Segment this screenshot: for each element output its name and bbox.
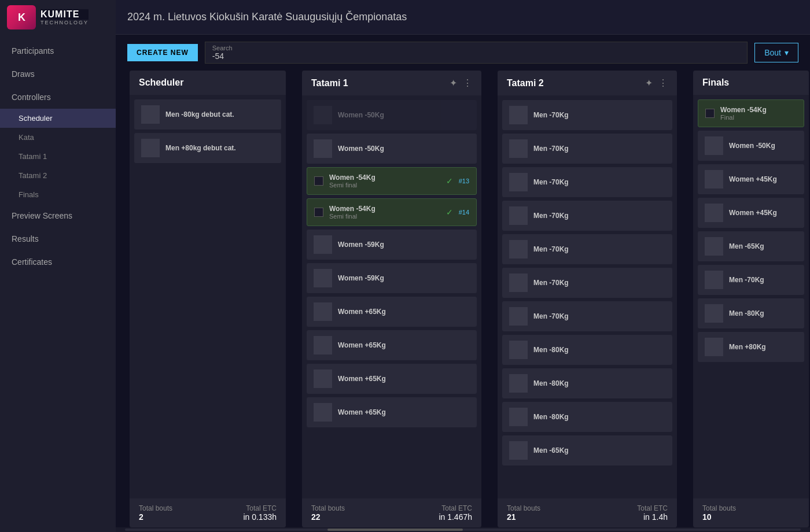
card-title: Women -50Kg xyxy=(338,145,470,153)
footer-bouts: Total bouts 10 xyxy=(702,504,736,522)
list-item[interactable]: Men -70Kg xyxy=(502,134,672,164)
check-icon: ✓ xyxy=(446,208,453,217)
sidebar-item-tatami1[interactable]: Tatami 1 xyxy=(0,147,116,166)
card-title: Women -54Kg xyxy=(720,106,797,114)
card-checkbox[interactable] xyxy=(314,208,323,217)
more-icon[interactable]: ⋮ xyxy=(463,77,472,88)
column-divider xyxy=(486,71,493,527)
list-item[interactable]: Men -65Kg xyxy=(698,231,804,261)
list-item[interactable]: Women -54Kg Semi final ✓ #13 xyxy=(307,167,477,195)
logo-text: KUMITE TECHNOLOGY xyxy=(41,9,89,25)
create-new-button[interactable]: CREATE NEW xyxy=(127,44,198,61)
sidebar-item-controllers[interactable]: Controllers xyxy=(0,86,116,109)
sidebar-item-scheduler[interactable]: Scheduler xyxy=(0,109,116,128)
list-item[interactable]: Men -80Kg xyxy=(502,368,672,398)
list-item[interactable]: Men -70Kg xyxy=(502,167,672,197)
sidebar-item-preview-screens[interactable]: Preview Screens xyxy=(0,204,116,227)
card-thumbnail xyxy=(314,269,332,287)
column-finals: Finals Women -54Kg Final Women -50Kg xyxy=(693,71,809,527)
list-item[interactable]: Men -70Kg xyxy=(502,201,672,231)
column-footer-tatami1: Total bouts 22 Total ETC in 1.467h xyxy=(302,498,481,527)
move-icon[interactable]: ✦ xyxy=(645,77,653,88)
logo-main: KUMITE xyxy=(41,9,89,20)
horizontal-scrollbar[interactable] xyxy=(116,527,810,532)
list-item[interactable]: Men -70Kg xyxy=(502,268,672,298)
card-thumbnail xyxy=(705,237,723,256)
list-item[interactable]: Women +65Kg xyxy=(307,364,477,394)
card-thumbnail xyxy=(314,336,332,354)
list-item[interactable]: Women -59Kg xyxy=(307,230,477,260)
list-item[interactable]: Men -65Kg xyxy=(502,435,672,466)
list-item[interactable]: Women +65Kg xyxy=(307,397,477,427)
bout-number: #13 xyxy=(459,178,469,184)
card-thumbnail xyxy=(141,139,160,157)
card-title: Men -70Kg xyxy=(533,245,665,253)
column-header-finals: Finals xyxy=(693,71,809,95)
list-item[interactable]: Women +65Kg xyxy=(307,297,477,327)
card-info: Men -80Kg xyxy=(729,309,797,317)
card-title: Men -80Kg xyxy=(533,346,665,354)
card-sub: Semi final xyxy=(329,182,440,189)
sidebar-item-tatami2[interactable]: Tatami 2 xyxy=(0,166,116,185)
list-item[interactable]: Women -54Kg Final xyxy=(698,99,804,127)
list-item[interactable]: Women +65Kg xyxy=(307,330,477,360)
list-item[interactable]: Men -70Kg xyxy=(502,234,672,264)
total-bouts-label: Total bouts xyxy=(702,504,736,512)
footer-bouts: Total bouts 22 xyxy=(311,504,345,522)
card-info: Men -70Kg xyxy=(533,178,665,186)
sidebar-item-certificates[interactable]: Certificates xyxy=(0,250,116,274)
list-item[interactable]: Women -50Kg xyxy=(307,134,477,164)
card-info: Women -50Kg xyxy=(729,142,797,150)
bout-button[interactable]: Bout ▾ xyxy=(754,43,798,62)
list-item[interactable]: Men -80Kg xyxy=(502,335,672,365)
sidebar-item-results[interactable]: Results xyxy=(0,227,116,250)
list-item[interactable]: Men -70Kg xyxy=(502,301,672,331)
header: 2024 m. Lietuvos Kiokušin Karatė Suaugus… xyxy=(116,0,810,35)
column-footer-scheduler: Total bouts 2 Total ETC in 0.133h xyxy=(130,498,286,527)
card-title: Men -70Kg xyxy=(533,212,665,220)
list-item[interactable]: Men -80Kg xyxy=(698,298,804,328)
card-title: Women -54Kg xyxy=(329,205,440,213)
total-etc-label: Total ETC xyxy=(637,504,668,512)
sidebar: K KUMITE TECHNOLOGY Participants Draws C… xyxy=(0,0,116,532)
card-info: Women -50Kg xyxy=(338,111,470,119)
list-item[interactable]: Women -59Kg xyxy=(307,263,477,293)
column-tatami1: Tatami 1 ✦ ⋮ Women -50Kg Women -5 xyxy=(302,71,481,527)
move-icon[interactable]: ✦ xyxy=(450,77,457,88)
card-thumbnail xyxy=(509,307,528,326)
sidebar-item-finals[interactable]: Finals xyxy=(0,185,116,204)
sidebar-item-participants[interactable]: Participants xyxy=(0,39,116,62)
more-icon[interactable]: ⋮ xyxy=(658,77,668,88)
list-item[interactable]: Women +45Kg xyxy=(698,164,804,194)
card-checkbox[interactable] xyxy=(314,176,323,186)
list-item[interactable]: Men -70Kg xyxy=(502,100,672,130)
column-body-scheduler: Men -80kg debut cat. Men +80kg debut cat… xyxy=(130,95,286,498)
card-sub: Final xyxy=(720,114,797,121)
column-body-finals: Women -54Kg Final Women -50Kg Women +45K… xyxy=(693,95,809,498)
total-bouts-value: 2 xyxy=(139,512,172,522)
card-title: Women -59Kg xyxy=(338,274,470,282)
card-title: Men -65Kg xyxy=(533,446,665,455)
list-item[interactable]: Women -50Kg xyxy=(698,131,804,161)
total-etc-label: Total ETC xyxy=(243,504,277,512)
card-checkbox[interactable] xyxy=(705,109,715,118)
list-item[interactable]: Women -54Kg Semi final ✓ #14 xyxy=(307,198,477,226)
card-info: Men -80kg debut cat. xyxy=(165,110,274,119)
chevron-down-icon: ▾ xyxy=(785,48,789,57)
card-title: Men -70Kg xyxy=(533,145,665,153)
list-item[interactable]: Men -80kg debut cat. xyxy=(134,99,281,130)
card-title: Men -70Kg xyxy=(729,276,797,284)
list-item[interactable]: Men -70Kg xyxy=(698,265,804,295)
list-item[interactable]: Women +45Kg xyxy=(698,198,804,228)
card-thumbnail xyxy=(509,240,528,258)
scrollbar-thumb[interactable] xyxy=(327,529,463,531)
sidebar-item-draws[interactable]: Draws xyxy=(0,62,116,86)
sidebar-item-kata[interactable]: Kata xyxy=(0,128,116,147)
list-item[interactable]: Men +80kg debut cat. xyxy=(134,133,281,163)
list-item[interactable]: Men +80Kg xyxy=(698,332,804,362)
card-thumbnail xyxy=(509,341,528,359)
column-footer-finals: Total bouts 10 xyxy=(693,498,809,527)
card-info: Women +65Kg xyxy=(338,341,470,349)
list-item[interactable]: Men -80Kg xyxy=(502,402,672,432)
list-item[interactable]: Women -50Kg xyxy=(307,100,477,130)
